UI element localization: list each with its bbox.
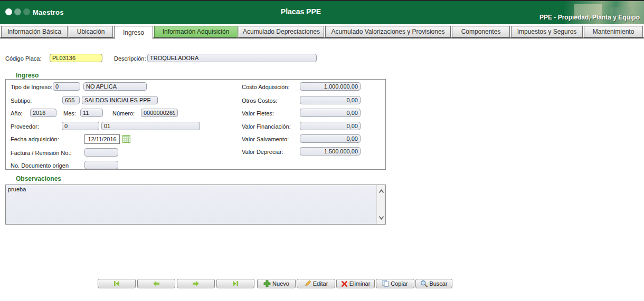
otros-costos-input[interactable] (300, 96, 361, 104)
factura-remision-input[interactable] (84, 148, 118, 157)
pencil-icon (304, 280, 311, 287)
numero-input[interactable] (141, 109, 178, 117)
tab-impuestos-seguros[interactable]: Impuestos y Seguros (511, 26, 583, 37)
mes-label: Mes: (63, 110, 76, 116)
buscar-button[interactable]: Buscar (415, 279, 452, 288)
tipo-ingreso-desc-input[interactable] (83, 82, 147, 91)
observaciones-textarea[interactable]: prueba (6, 185, 377, 224)
editar-button[interactable]: Editar (297, 279, 335, 288)
plus-icon (263, 280, 271, 287)
tab-acumulado-depreciaciones[interactable]: Acumulado Depreciaciones (239, 26, 324, 37)
ano-input[interactable] (30, 109, 56, 117)
costo-adquisicion-input[interactable] (300, 82, 361, 91)
tab-ingreso[interactable]: Ingreso (114, 26, 153, 39)
scroll-up-icon[interactable] (378, 189, 384, 193)
codigo-placa-input[interactable] (50, 54, 102, 62)
costo-adquisicion-label: Costo Adquisición: (242, 84, 290, 90)
valor-fletes-input[interactable] (300, 109, 361, 117)
tipo-ingreso-code-input[interactable] (53, 82, 80, 91)
mes-input[interactable] (80, 109, 103, 117)
codigo-placa-label: Código Placa: (5, 55, 42, 62)
previous-record-icon (152, 280, 160, 287)
page-title: Placas PPE (0, 7, 602, 16)
observaciones-box: prueba (5, 185, 386, 225)
valor-salvamento-label: Valor Salvamento: (242, 136, 289, 142)
tab-componentes[interactable]: Componentes (452, 26, 510, 37)
valor-financiacion-label: Valor Financiación: (242, 123, 291, 130)
tab-bar: Información Básica Ubicación Ingreso Inf… (0, 26, 644, 39)
factura-remision-label: Factura / Remisión No.: (11, 150, 72, 156)
tab-acumulado-valorizaciones[interactable]: Acumulado Valorizaciones y Provisiones (325, 26, 451, 37)
tab-mantenimiento[interactable]: Mantenimiento (584, 26, 643, 37)
tab-informacion-basica[interactable]: Información Básica (1, 26, 68, 37)
last-record-icon (231, 280, 240, 287)
subtipo-desc-input[interactable] (82, 96, 158, 104)
eliminar-button[interactable]: Eliminar (336, 279, 375, 288)
otros-costos-label: Otros Costos: (242, 98, 277, 104)
nuevo-button[interactable]: Nuevo (257, 279, 296, 288)
search-icon (420, 280, 428, 287)
first-record-icon (112, 280, 121, 287)
editar-button-label: Editar (313, 280, 328, 287)
doc-origen-label: No. Documento origen (11, 162, 69, 169)
nav-first-button[interactable] (98, 279, 136, 288)
scroll-down-icon[interactable] (378, 216, 384, 220)
fecha-adquisicion-label: Fecha adquisición: (11, 136, 59, 142)
delete-x-icon (341, 280, 348, 287)
descripcion-input[interactable] (147, 54, 317, 62)
valor-salvamento-input[interactable] (300, 134, 361, 143)
nav-prev-button[interactable] (137, 279, 175, 288)
valor-depreciar-label: Valor Depreciar: (242, 149, 283, 155)
doc-origen-input[interactable] (84, 161, 118, 169)
proveedor-desc-input[interactable] (101, 122, 200, 130)
valor-depreciar-input[interactable] (300, 147, 361, 156)
subtipo-code-input[interactable] (62, 96, 80, 104)
next-record-icon (192, 280, 200, 287)
proveedor-code-input[interactable] (62, 122, 99, 130)
tab-ubicacion[interactable]: Ubicación (69, 26, 113, 37)
descripcion-label: Descripción: (114, 55, 146, 62)
buscar-button-label: Buscar (429, 280, 447, 287)
nav-next-button[interactable] (177, 279, 215, 288)
ingreso-section-title: Ingreso (16, 72, 39, 79)
eliminar-button-label: Eliminar (349, 280, 371, 287)
header-bar: Maestros Placas PPE PPE - Propiedad, Pla… (0, 1, 644, 24)
valor-fletes-label: Valor Fletes: (242, 110, 274, 116)
fecha-adquisicion-input[interactable] (84, 134, 120, 144)
copiar-button[interactable]: Copiar (376, 279, 414, 288)
ano-label: Año: (11, 110, 23, 116)
observaciones-section-title: Observaciones (16, 175, 61, 182)
placas-ppe-window: Maestros Placas PPE PPE - Propiedad, Pla… (0, 0, 644, 301)
nav-last-button[interactable] (216, 279, 254, 288)
subtipo-label: Subtipo: (11, 98, 32, 104)
calendar-icon[interactable] (122, 135, 130, 143)
numero-label: Número: (112, 110, 135, 116)
valor-financiacion-input[interactable] (300, 122, 361, 130)
copiar-button-label: Copiar (391, 280, 408, 287)
tipo-ingreso-label: Tipo de Ingreso: (11, 84, 52, 90)
tab-informacion-adquisicion[interactable]: Información Adquisición (154, 26, 238, 37)
nuevo-button-label: Nuevo (272, 280, 289, 287)
proveedor-label: Proveedor: (11, 123, 39, 130)
copy-icon (382, 280, 389, 287)
module-title: PPE - Propiedad, Planta y Equipo (539, 14, 640, 21)
observaciones-scrollbar[interactable] (376, 185, 385, 224)
